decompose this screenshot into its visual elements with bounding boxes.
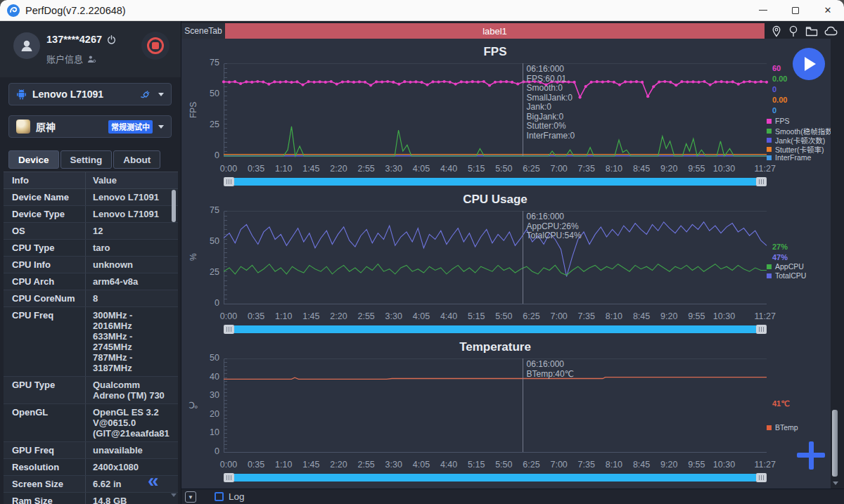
temperature-time-scrollbar[interactable] bbox=[224, 473, 767, 482]
tooltip-line: BigJank:0 bbox=[527, 112, 575, 122]
temperature-x-tick: 0:35 bbox=[248, 460, 264, 470]
scrollbar-left-grip[interactable] bbox=[224, 177, 234, 186]
fps-plot bbox=[224, 63, 767, 156]
cpu-usage-time-scrollbar[interactable] bbox=[224, 325, 767, 334]
legend-swatch bbox=[767, 147, 772, 152]
scrollbar-range[interactable] bbox=[234, 474, 756, 482]
table-row: CPU Infounknown bbox=[4, 257, 178, 273]
table-scrollbar[interactable] bbox=[172, 190, 176, 222]
collapse-sidebar-button[interactable]: « bbox=[148, 470, 157, 492]
app-logo-icon bbox=[7, 4, 20, 17]
usb-plug-icon[interactable] bbox=[141, 89, 153, 100]
info-cell: Resolution bbox=[4, 459, 85, 475]
fps-title: FPS bbox=[224, 45, 767, 59]
info-cell: CPU Info bbox=[4, 257, 85, 273]
fps-x-tick: 4:40 bbox=[440, 164, 457, 174]
stop-icon bbox=[147, 37, 164, 54]
cpu-usage-plot bbox=[224, 211, 767, 304]
scrollbar-range[interactable] bbox=[234, 178, 756, 186]
stop-record-button[interactable] bbox=[141, 32, 170, 60]
table-header-info: Info bbox=[4, 172, 85, 188]
temperature-x-tick: 5:50 bbox=[495, 460, 512, 470]
power-icon[interactable] bbox=[107, 35, 116, 44]
legend-label: BTemp bbox=[775, 423, 798, 432]
cpu-usage-x-tick: 4:40 bbox=[440, 311, 457, 321]
scroll-down-icon[interactable] bbox=[833, 482, 838, 485]
temperature-x-tick: 4:40 bbox=[440, 460, 457, 470]
cloud-icon[interactable] bbox=[824, 26, 838, 36]
scene-toolbar bbox=[765, 23, 844, 39]
map-marker-icon[interactable] bbox=[771, 25, 782, 37]
scene-label: label1 bbox=[482, 26, 507, 37]
temperature-y-tick: 30 bbox=[193, 390, 219, 400]
fps-x-tick: 5:50 bbox=[495, 164, 512, 174]
tooltip-line: Jank:0 bbox=[527, 103, 575, 112]
legend-swatch bbox=[767, 129, 772, 134]
value-cell: Qualcomm Adreno (TM) 730 bbox=[85, 377, 178, 403]
temperature-x-tick: 8:10 bbox=[606, 460, 622, 470]
device-select[interactable]: Lenovo L71091 bbox=[8, 83, 172, 105]
tab-setting[interactable]: Setting bbox=[60, 150, 113, 169]
value-cell: Lenovo L71091 bbox=[85, 189, 178, 205]
game-app-icon bbox=[16, 119, 30, 134]
avatar[interactable] bbox=[13, 32, 40, 59]
table-header-value: Value bbox=[85, 172, 178, 188]
temperature-x-tick: 1:10 bbox=[275, 460, 292, 470]
cpu-usage-x-tick: 1:45 bbox=[302, 311, 319, 321]
tab-about[interactable]: About bbox=[113, 150, 160, 169]
cpu-usage-x-tick: 5:50 bbox=[495, 311, 512, 321]
scrollbar-right-grip[interactable] bbox=[756, 177, 767, 186]
folder-icon[interactable] bbox=[805, 26, 818, 37]
temperature-y-tick: 50 bbox=[193, 353, 219, 363]
scene-tab[interactable]: SceneTab bbox=[181, 23, 225, 39]
table-scroll-down-icon[interactable] bbox=[171, 493, 177, 497]
scene-label-bar[interactable]: label1 bbox=[225, 23, 765, 39]
temperature-x-tick: 1:45 bbox=[302, 460, 319, 470]
log-checkbox[interactable] bbox=[215, 492, 224, 501]
scrollbar-range[interactable] bbox=[234, 325, 756, 333]
cpu-usage-y-axis-label: % bbox=[188, 211, 198, 304]
cpu-usage-y-tick: 0 bbox=[193, 298, 219, 308]
maximize-button[interactable] bbox=[779, 0, 812, 21]
main-vertical-scrollbar[interactable] bbox=[832, 410, 838, 477]
panel-dropdown-button[interactable]: ▼ bbox=[185, 491, 196, 503]
fps-x-tick: 8:45 bbox=[633, 164, 650, 174]
fps-legend-item: InterFrame bbox=[767, 153, 811, 162]
user-panel: 137****4267 账户信息 bbox=[0, 21, 181, 77]
device-info-table: Info Value Device NameLenovo L71091Devic… bbox=[4, 172, 178, 504]
cpu-usage-x-tick: 8:10 bbox=[606, 311, 622, 321]
cpu-usage-x-tick: 7:00 bbox=[550, 311, 567, 321]
play-button[interactable] bbox=[793, 48, 825, 80]
temperature-x-tick: 8:45 bbox=[633, 460, 650, 470]
table-row: CPU CoreNum8 bbox=[4, 290, 178, 307]
value-cell: 2400x1080 bbox=[85, 459, 178, 475]
fps-x-tick: 2:20 bbox=[330, 164, 347, 174]
legend-swatch bbox=[767, 138, 772, 143]
tab-device[interactable]: Device bbox=[8, 150, 59, 169]
temperature-x-tick: 5:15 bbox=[468, 460, 485, 470]
scrollbar-right-grip[interactable] bbox=[756, 473, 767, 482]
scrollbar-left-grip[interactable] bbox=[224, 325, 234, 334]
fps-y-tick: 75 bbox=[193, 58, 219, 67]
cpu-usage-x-tick: 0:35 bbox=[248, 311, 264, 321]
temperature-cursor-line bbox=[523, 358, 523, 452]
account-info-row[interactable]: 账户信息 bbox=[46, 52, 96, 65]
fps-current-value: 60 bbox=[772, 64, 781, 72]
tooltip-line: 06:16:000 bbox=[527, 65, 575, 75]
add-chart-icon[interactable] bbox=[809, 441, 814, 470]
fps-tooltip: 06:16:000FPS:60.01Smooth:0SmallJank:0Jan… bbox=[527, 65, 575, 141]
titlebar: PerfDog(v7.2.220648) ✕ bbox=[0, 0, 844, 21]
temperature-x-tick: 4:05 bbox=[413, 460, 430, 470]
cpu-usage-x-tick: 0:00 bbox=[220, 311, 237, 321]
scrollbar-right-grip[interactable] bbox=[756, 325, 767, 334]
app-select[interactable]: 原神 常规测试中 bbox=[8, 115, 172, 138]
cpu-usage-x-tick: 4:05 bbox=[413, 311, 430, 321]
tooltip-line: FPS:60.01 bbox=[527, 75, 575, 84]
pin-icon[interactable] bbox=[788, 25, 798, 37]
minimize-button[interactable] bbox=[747, 0, 779, 21]
fps-x-tick: 9:20 bbox=[660, 164, 677, 174]
fps-time-scrollbar[interactable] bbox=[224, 177, 767, 186]
scrollbar-left-grip[interactable] bbox=[224, 473, 234, 482]
cpu-usage-current-value: 27% bbox=[772, 243, 788, 251]
close-button[interactable]: ✕ bbox=[812, 0, 844, 21]
